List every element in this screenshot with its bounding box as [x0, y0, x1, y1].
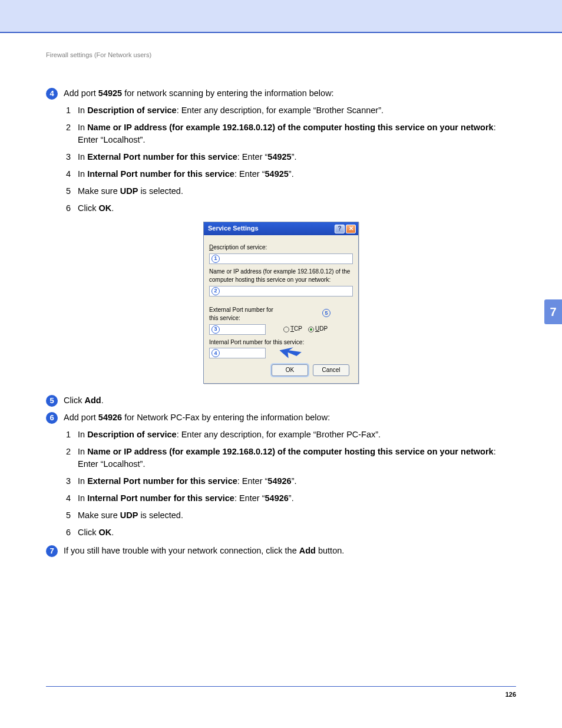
- host-field[interactable]: 2: [209, 286, 353, 297]
- subtext: In Description of service: Enter any des…: [78, 104, 516, 117]
- list-item: 5Make sure UDP is selected.: [66, 185, 516, 197]
- step-6-text: Add port 54926 for Network PC-Fax by ent…: [64, 411, 516, 424]
- subnum: 1: [66, 429, 78, 441]
- ok-button[interactable]: OK: [272, 364, 308, 376]
- footer-rule: [46, 686, 516, 687]
- subtext: In External Port number for this service…: [78, 475, 516, 487]
- text: Add port: [64, 88, 98, 98]
- subtext: In Name or IP address (for example 192.1…: [78, 121, 516, 146]
- subnum: 5: [66, 185, 78, 197]
- subtext: In Name or IP address (for example 192.1…: [78, 446, 516, 470]
- label-internal-port: Internal Port number for this service:: [209, 338, 353, 347]
- subtext: Make sure UDP is selected.: [78, 509, 516, 522]
- step-4-text: Add port 54925 for network scanning by e…: [64, 87, 516, 100]
- list-item: 5Make sure UDP is selected.: [66, 509, 516, 522]
- marker-1-icon: 1: [211, 255, 220, 263]
- list-item: 3In External Port number for this servic…: [66, 151, 516, 163]
- dialog-figure: Service Settings ? ✕ DDescription of ser…: [46, 222, 516, 384]
- dialog-title: Service Settings: [208, 224, 259, 233]
- subtext: In Internal Port number for this service…: [78, 168, 516, 180]
- subnum: 3: [66, 151, 78, 163]
- list-item: 2In Name or IP address (for example 192.…: [66, 121, 516, 146]
- subtext: Click OK.: [78, 202, 516, 215]
- step-6: 6 Add port 54926 for Network PC-Fax by e…: [46, 411, 516, 424]
- step-7-text: If you still have trouble with your netw…: [64, 545, 516, 557]
- service-settings-dialog: Service Settings ? ✕ DDescription of ser…: [203, 222, 359, 384]
- protocol-radios: TCP UDP: [283, 325, 328, 334]
- bullet-4-icon: 4: [46, 88, 58, 100]
- subnum: 2: [66, 121, 78, 146]
- external-port-field[interactable]: 3: [209, 324, 266, 335]
- step-4: 4 Add port 54925 for network scanning by…: [46, 87, 516, 100]
- subnum: 2: [66, 446, 78, 470]
- subnum: 4: [66, 492, 78, 505]
- bullet-7-icon: 7: [46, 545, 58, 557]
- label-external-port: External Port number for this service:: [209, 306, 282, 323]
- page-content: Firewall settings (For Network users) 4 …: [0, 33, 562, 557]
- marker-5-icon: 5: [322, 309, 330, 317]
- subtext: Click OK.: [78, 526, 516, 539]
- list-item: 3In External Port number for this servic…: [66, 475, 516, 487]
- port-bold: 54925: [98, 88, 122, 98]
- help-icon[interactable]: ?: [335, 225, 345, 233]
- cancel-button[interactable]: Cancel: [313, 364, 349, 376]
- dialog-body: DDescription of service:/*noop*/escripti…: [204, 235, 358, 383]
- list-item: 1In Description of service: Enter any de…: [66, 429, 516, 441]
- step-5-text: Click Add.: [64, 394, 516, 407]
- description-field[interactable]: 1: [209, 253, 353, 264]
- subtext: In Internal Port number for this service…: [78, 492, 516, 505]
- chapter-tab: 7: [544, 299, 562, 324]
- subnum: 3: [66, 475, 78, 487]
- step-4-sublist: 1In Description of service: Enter any de…: [66, 104, 516, 215]
- list-item: 1In Description of service: Enter any de…: [66, 104, 516, 117]
- list-item: 6Click OK.: [66, 526, 516, 539]
- subtext: In Description of service: Enter any des…: [78, 429, 516, 441]
- subnum: 6: [66, 202, 78, 215]
- marker-3-icon: 3: [211, 325, 220, 334]
- header-band: [0, 0, 562, 33]
- text: for network scanning by entering the inf…: [122, 88, 333, 98]
- bullet-6-icon: 6: [46, 412, 58, 424]
- radio-tcp[interactable]: TCP: [283, 325, 302, 334]
- bullet-5-icon: 5: [46, 395, 58, 407]
- breadcrumb: Firewall settings (For Network users): [46, 51, 516, 60]
- dialog-titlebar: Service Settings ? ✕: [204, 222, 358, 235]
- radio-udp[interactable]: UDP: [308, 325, 328, 334]
- step-6-sublist: 1In Description of service: Enter any de…: [66, 429, 516, 539]
- close-icon[interactable]: ✕: [346, 225, 356, 233]
- list-item: 2In Name or IP address (for example 192.…: [66, 446, 516, 470]
- label-description: DDescription of service:/*noop*/escripti…: [209, 243, 353, 252]
- page-number: 126: [505, 690, 516, 700]
- subnum: 1: [66, 104, 78, 117]
- internal-port-field[interactable]: 4: [209, 348, 266, 358]
- subtext: Make sure UDP is selected.: [78, 185, 516, 197]
- subtext: In External Port number for this service…: [78, 151, 516, 163]
- list-item: 6Click OK.: [66, 202, 516, 215]
- marker-2-icon: 2: [211, 287, 220, 295]
- subnum: 4: [66, 168, 78, 180]
- subnum: 5: [66, 509, 78, 522]
- step-5: 5 Click Add.: [46, 394, 516, 407]
- marker-4-icon: 4: [211, 349, 220, 357]
- label-host: Name or IP address (for example 192.168.…: [209, 268, 353, 285]
- list-item: 4In Internal Port number for this servic…: [66, 168, 516, 180]
- step-7: 7 If you still have trouble with your ne…: [46, 545, 516, 557]
- list-item: 4In Internal Port number for this servic…: [66, 492, 516, 505]
- subnum: 6: [66, 526, 78, 539]
